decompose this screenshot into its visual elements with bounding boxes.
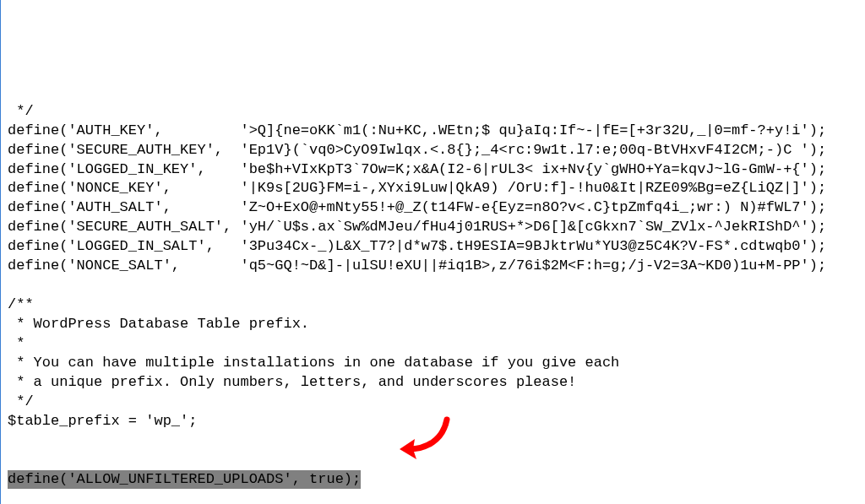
code-line: define('LOGGED_IN_KEY', 'be$h+VIxKpT3`7O… <box>8 161 826 177</box>
code-line: * a unique prefix. Only numbers, letters… <box>8 374 576 390</box>
code-line: define('LOGGED_IN_SALT', '3Pu34Cx-_)L&X_… <box>8 238 826 254</box>
code-line: /** <box>8 296 34 312</box>
code-line: define('AUTH_KEY', '>Q]{ne=oKK`m1(:Nu+KC… <box>8 122 826 138</box>
code-line: define('SECURE_AUTH_KEY', 'Ep1V}(`vq0>Cy… <box>8 142 826 158</box>
code-block: */ define('AUTH_KEY', '>Q]{ne=oKK`m1(:Nu… <box>8 102 858 504</box>
highlighted-code-line: define('ALLOW_UNFILTERED_UPLOADS', true)… <box>8 470 361 490</box>
code-line: define('NONCE_SALT', 'q5~GQ!~D&]-|ulSU!e… <box>8 257 826 274</box>
code-line: $table_prefix = 'wp_'; <box>8 413 197 429</box>
code-line: */ <box>8 103 34 119</box>
code-line: * WordPress Database Table prefix. <box>8 316 309 332</box>
code-line: * You can have multiple installations in… <box>8 355 619 371</box>
code-line: define('AUTH_SALT', 'Z~O+ExO@+mNty55!+@_… <box>8 199 826 215</box>
code-line: * <box>8 335 24 351</box>
code-container: */ define('AUTH_KEY', '>Q]{ne=oKK`m1(:Nu… <box>8 83 858 504</box>
code-line: define('SECURE_AUTH_SALT', 'yH/`U$s.ax`S… <box>8 219 826 235</box>
code-line: define('NONCE_KEY', '|K9s[2UG}FM=i-,XYxi… <box>8 180 826 196</box>
code-line: */ <box>8 393 34 409</box>
